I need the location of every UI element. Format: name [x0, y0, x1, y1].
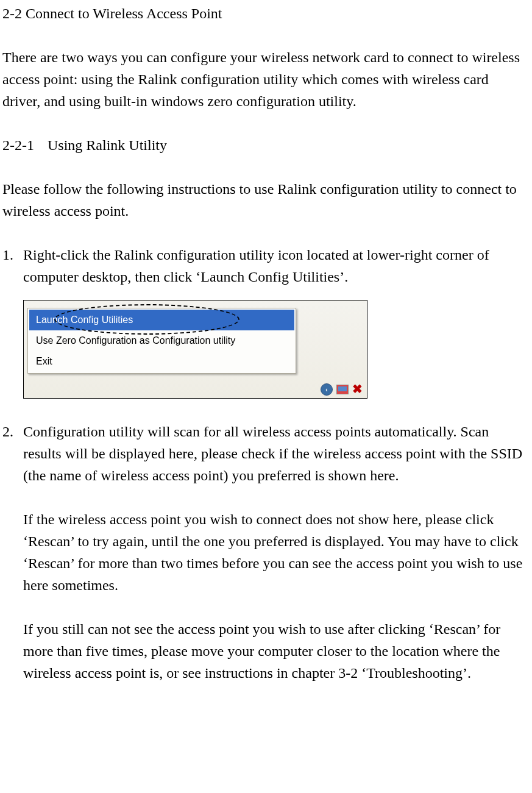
step-1-text: Right-click the Ralink configuration uti… — [23, 244, 530, 288]
monitor-icon[interactable] — [336, 385, 349, 394]
system-tray: ‹ ✖ — [321, 383, 363, 396]
subsection-intro: Please follow the following instructions… — [2, 178, 530, 222]
tray-expand-icon[interactable]: ‹ — [321, 383, 333, 396]
step-1: 1. Right-click the Ralink configuration … — [2, 244, 530, 288]
step-2-para-3: If you still can not see the access poin… — [23, 618, 530, 684]
subsection-heading: 2-2-1Using Ralink Utility — [2, 134, 530, 156]
section-heading: 2-2 Connect to Wireless Access Point — [2, 2, 530, 24]
intro-paragraph: There are two ways you can configure you… — [2, 46, 530, 112]
step-2-para-2: If the wireless access point you wish to… — [23, 508, 530, 596]
menu-item-launch-config[interactable]: Launch Config Utilities — [29, 310, 294, 330]
step-number: 2. — [2, 421, 23, 684]
menu-item-zero-config[interactable]: Use Zero Configuration as Configuration … — [29, 330, 294, 351]
screenshot-context-menu: Launch Config Utilities Use Zero Configu… — [23, 300, 367, 399]
step-2-para-1: Configuration utility will scan for all … — [23, 421, 530, 486]
ralink-utility-icon[interactable]: ✖ — [352, 384, 363, 395]
step-2: 2. Configuration utility will scan for a… — [2, 421, 530, 684]
menu-item-exit[interactable]: Exit — [29, 351, 294, 372]
subsection-number: 2-2-1 — [2, 134, 34, 156]
context-menu: Launch Config Utilities Use Zero Configu… — [27, 308, 296, 374]
subsection-title: Using Ralink Utility — [48, 137, 167, 153]
step-number: 1. — [2, 244, 23, 288]
